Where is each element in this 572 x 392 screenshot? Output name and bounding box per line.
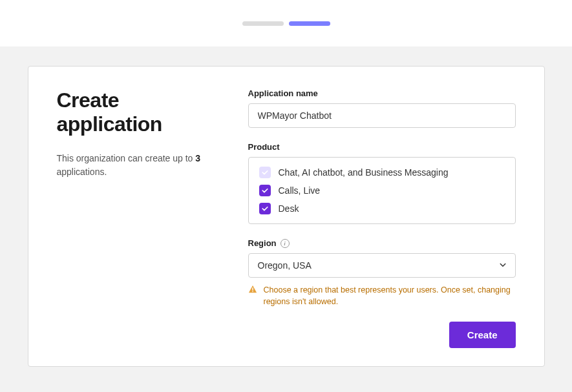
check-icon — [261, 169, 269, 176]
product-label: Product — [248, 142, 516, 152]
svg-rect-0 — [252, 287, 253, 290]
info-icon[interactable]: i — [281, 239, 290, 248]
product-field-group: Product Chat, AI chatbot, and Business M… — [248, 142, 516, 224]
checkbox-calls[interactable] — [259, 185, 271, 196]
region-field-group: Region i Choose a region that best repre… — [248, 238, 516, 307]
check-icon — [261, 187, 269, 194]
product-option-chat: Chat, AI chatbot, and Business Messaging — [259, 167, 505, 178]
left-column: Create application This organization can… — [57, 88, 225, 348]
checkbox-chat — [259, 167, 271, 178]
create-application-card: Create application This organization can… — [28, 66, 545, 367]
product-option-desk-label: Desk — [279, 203, 299, 214]
app-name-input[interactable] — [248, 103, 516, 128]
product-option-calls-label: Calls, Live — [279, 185, 321, 196]
region-select-wrap — [248, 253, 516, 278]
region-warning-text: Choose a region that best represents you… — [264, 284, 516, 307]
step-1-indicator — [242, 21, 284, 26]
warning-icon — [248, 285, 257, 296]
form-column: Application name Product Chat, AI chatbo… — [248, 88, 516, 348]
step-2-indicator — [289, 21, 330, 26]
product-option-desk[interactable]: Desk — [259, 203, 505, 214]
region-warning: Choose a region that best represents you… — [248, 284, 516, 307]
check-icon — [261, 205, 269, 212]
app-name-label: Application name — [248, 88, 516, 98]
form-actions: Create — [248, 322, 516, 348]
region-select[interactable] — [248, 253, 516, 278]
checkbox-desk[interactable] — [259, 203, 271, 214]
product-option-chat-label: Chat, AI chatbot, and Business Messaging — [279, 167, 449, 178]
org-limit-text: This organization can create up to 3 app… — [57, 152, 225, 179]
product-option-calls[interactable]: Calls, Live — [259, 185, 505, 196]
svg-rect-1 — [252, 291, 253, 292]
create-button[interactable]: Create — [449, 322, 516, 348]
region-label: Region i — [248, 238, 516, 248]
progress-steps — [0, 0, 572, 46]
product-options-box: Chat, AI chatbot, and Business Messaging… — [248, 157, 516, 224]
page-background: Create application This organization can… — [0, 46, 572, 392]
page-title: Create application — [57, 88, 225, 136]
app-name-field-group: Application name — [248, 88, 516, 128]
